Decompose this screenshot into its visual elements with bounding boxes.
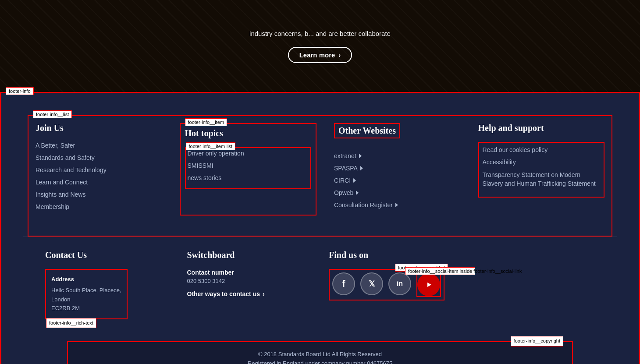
hot-topics-item-annotation: footer-info__item xyxy=(185,118,228,126)
chevron-icon xyxy=(360,166,363,170)
join-us-list: A Better, Safer Standards and Safety Res… xyxy=(36,142,162,210)
social-link-twitter[interactable]: 𝕏 xyxy=(360,272,383,295)
chevron-icon xyxy=(353,178,356,183)
link-transparency[interactable]: Transparency Statement on Modern Slavery… xyxy=(483,171,601,188)
social-link-facebook[interactable]: f xyxy=(332,272,355,295)
footer-info: footer-info footer-info__list Join Us A … xyxy=(0,92,640,364)
hot-topics-title: Hot topics xyxy=(185,128,312,138)
empty-col xyxy=(471,250,595,319)
contact-us-title: Contact Us xyxy=(45,250,170,260)
switchboard-col: Switchboard Contact number 020 5300 3142… xyxy=(187,250,312,319)
link-insights-news[interactable]: Insights and News xyxy=(36,191,162,198)
list-item: Accessibility xyxy=(483,159,601,166)
find-us-title: Find us on xyxy=(329,250,453,260)
link-learn-connect[interactable]: Learn and Connect xyxy=(36,179,162,186)
social-link-linkedin[interactable]: in xyxy=(388,272,411,295)
list-item: SMISSMI xyxy=(188,162,309,169)
list-item: extranet xyxy=(334,152,461,159)
copyright-line2: Registered in England under company numb… xyxy=(77,359,563,364)
link-a-better-safer[interactable]: A Better, Safer xyxy=(36,142,162,149)
other-ways-chevron: › xyxy=(263,290,265,297)
list-item: Opweb xyxy=(334,189,461,196)
switchboard-title: Switchboard xyxy=(187,250,312,260)
list-item: SPASPA xyxy=(334,165,461,172)
phone-number: 020 5300 3142 xyxy=(187,278,225,284)
contact-number-label: Contact number xyxy=(187,269,312,276)
other-ways-label: Other ways to contact us xyxy=(187,290,260,297)
footer-info-social-list-wrapper: footer-info__social-list f 𝕏 in foote xyxy=(329,269,444,300)
rich-text-annotation: footer-info__rich-text xyxy=(46,318,96,329)
footer-info-social-item-linkedin: in xyxy=(388,272,411,297)
footer-info-rich-text: footer-info__rich-text Address Helic Sou… xyxy=(45,269,128,319)
link-accessibility[interactable]: Accessibility xyxy=(483,159,601,166)
help-support-title: Help and support xyxy=(478,123,605,133)
hot-topics-list-annotation: footer-info__item-list xyxy=(186,142,236,150)
address-line1: Helic South Place, Placece, xyxy=(51,287,121,293)
list-item: Membership xyxy=(36,203,162,210)
footer-info-copyright: footer-info__copyright © 2018 Standards … xyxy=(67,341,573,364)
learn-more-button[interactable]: Learn more › xyxy=(288,47,352,63)
link-consultation-register[interactable]: Consultation Register xyxy=(334,201,461,209)
chevron-icon xyxy=(395,203,398,207)
learn-more-label: Learn more xyxy=(299,51,335,59)
hero-text: industry concerns, b... and are better c… xyxy=(241,29,399,39)
copyright-annotation: footer-info__copyright xyxy=(511,336,563,346)
footer-info-item-join-us: Join Us A Better, Safer Standards and Sa… xyxy=(36,123,162,216)
social-link-youtube[interactable] xyxy=(417,273,440,296)
footer-info-item-hot-topics: footer-info__item Hot topics footer-info… xyxy=(180,123,317,216)
social-item-annotation: footer-info__social-item inside footer-i… xyxy=(405,267,475,275)
link-membership[interactable]: Membership xyxy=(36,203,162,210)
list-item: Insights and News xyxy=(36,191,162,198)
link-driver-only[interactable]: Driver only operation xyxy=(188,150,309,157)
chevron-icon xyxy=(356,191,359,195)
footer-info-social-item-youtube: footer-info__social-item inside footer-i… xyxy=(416,272,441,297)
youtube-icon xyxy=(424,281,434,288)
list-item: Consultation Register xyxy=(334,201,461,209)
list-item: Transparency Statement on Modern Slavery… xyxy=(483,171,601,188)
find-us-col: Find us on footer-info__social-list f 𝕏 … xyxy=(329,250,453,319)
link-circi[interactable]: CIRCI xyxy=(334,177,461,184)
footer-info-social-list: f 𝕏 in footer-info__social-item inside f… xyxy=(332,272,441,297)
list-item: Driver only operation xyxy=(188,150,309,157)
list-item: Read our cookies policy xyxy=(483,146,601,153)
link-news-stories[interactable]: news stories xyxy=(188,174,309,181)
footer-info-social-item-facebook: f xyxy=(332,272,355,297)
footer-contact-row: Contact Us footer-info__rich-text Addres… xyxy=(23,237,617,332)
footer-info-annotation: footer-info xyxy=(6,87,34,95)
other-websites-list: extranet SPASPA CIRCI Opweb Consulta xyxy=(334,152,461,209)
link-standards-safety[interactable]: Standards and Safety xyxy=(36,154,162,161)
chevron-icon xyxy=(359,154,362,158)
address-line3: EC2RB 2M xyxy=(51,305,80,311)
copyright-line1: © 2018 Standards Board Ltd All Rights Re… xyxy=(77,350,563,359)
footer-info-list: Join Us A Better, Safer Standards and Sa… xyxy=(36,123,604,229)
help-support-list: Read our cookies policy Accessibility Tr… xyxy=(478,142,605,198)
list-item: news stories xyxy=(188,174,309,181)
link-spaspa[interactable]: SPASPA xyxy=(334,165,461,172)
address-line2: London xyxy=(51,296,70,303)
list-item: A Better, Safer xyxy=(36,142,162,149)
list-item: Learn and Connect xyxy=(36,179,162,186)
other-ways-link[interactable]: Other ways to contact us › xyxy=(187,290,265,297)
join-us-title: Join Us xyxy=(36,123,162,133)
link-opweb[interactable]: Opweb xyxy=(334,189,461,196)
learn-more-chevron: › xyxy=(338,51,341,59)
list-item: CIRCI xyxy=(334,177,461,184)
hero-section: industry concerns, b... and are better c… xyxy=(0,0,640,92)
other-websites-title: Other Websites xyxy=(334,123,400,138)
footer-info-item-other-websites: Other Websites extranet SPASPA CIRCI xyxy=(334,123,461,216)
link-extranet[interactable]: extranet xyxy=(334,152,461,159)
footer-info-container: footer-info__list Join Us A Better, Safe… xyxy=(1,93,639,364)
link-smissmi[interactable]: SMISSMI xyxy=(188,162,309,169)
footer-info-social-item-twitter: 𝕏 xyxy=(360,272,383,297)
switchboard-info: Contact number 020 5300 3142 xyxy=(187,269,312,284)
list-item: Research and Technology xyxy=(36,166,162,173)
footer-info-list-annotation: footer-info__list xyxy=(33,110,72,118)
footer-info-item-help-support: Help and support Read our cookies policy… xyxy=(478,123,605,216)
list-item: Standards and Safety xyxy=(36,154,162,161)
link-research-tech[interactable]: Research and Technology xyxy=(36,166,162,173)
contact-us-col: Contact Us footer-info__rich-text Addres… xyxy=(45,250,170,319)
hot-topics-list: footer-info__item-list Driver only opera… xyxy=(185,147,312,189)
footer-bottom-bar: footer-info__copyright © 2018 Standards … xyxy=(23,332,617,364)
address-label: Address xyxy=(51,275,121,284)
link-cookies[interactable]: Read our cookies policy xyxy=(483,146,601,153)
